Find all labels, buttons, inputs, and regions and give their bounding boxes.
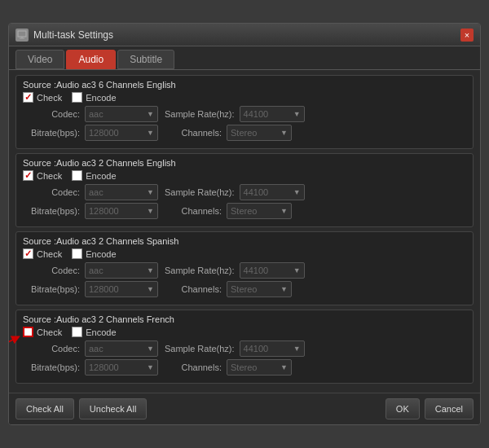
sample-rate-label-4: Sample Rate(hz):	[165, 344, 235, 354]
close-button[interactable]: ×	[460, 29, 474, 42]
encode-checkbox-2[interactable]	[72, 170, 82, 181]
ok-button[interactable]: OK	[385, 398, 420, 419]
app-icon	[15, 29, 29, 42]
sample-rate-pair-2: Sample Rate(hz): 44100▼	[165, 184, 305, 200]
channels-label-4: Channels:	[165, 362, 222, 372]
sample-rate-label-1: Sample Rate(hz):	[165, 109, 235, 119]
fields-row-2b: Bitrate(bps): 128000▼ Channels: Stereo▼	[23, 203, 466, 219]
source-label-4: Source :Audio ac3 2 Channels French	[23, 314, 466, 324]
bitrate-label-1: Bitrate(bps):	[23, 128, 80, 138]
bitrate-select-2[interactable]: 128000▼	[85, 203, 158, 219]
check-row-3: Check Encode	[23, 248, 466, 259]
check-row-4: Check Encode	[23, 327, 466, 337]
sample-rate-select-2[interactable]: 44100▼	[240, 184, 305, 200]
encode-label-4: Encode	[86, 327, 116, 337]
dialog: Multi-task Settings × Video Audio Subtit…	[8, 23, 481, 425]
source-label-1: Source :Audio ac3 6 Channels English	[23, 80, 466, 90]
check-label-2: Check	[37, 171, 62, 181]
fields-row-4a: Codec: aac▼ Sample Rate(hz): 44100▼	[23, 340, 466, 357]
encode-item-1: Encode	[72, 92, 116, 103]
channels-pair-2: Channels: Stereo▼	[165, 203, 292, 219]
check-checkbox-4[interactable]	[23, 327, 33, 337]
audio-block-1: Source :Audio ac3 6 Channels English Che…	[15, 75, 474, 149]
audio-block-4: Source :Audio ac3 2 Channels French	[15, 310, 474, 384]
source-label-2: Source :Audio ac3 2 Channels English	[23, 158, 466, 168]
codec-select-1[interactable]: aac▼	[85, 106, 158, 122]
channels-select-3[interactable]: Stereo▼	[227, 281, 292, 297]
check-item-3: Check	[23, 248, 62, 259]
sample-rate-label-3: Sample Rate(hz):	[165, 266, 235, 275]
channels-select-4[interactable]: Stereo▼	[227, 359, 292, 376]
channels-pair-3: Channels: Stereo▼	[165, 281, 292, 297]
check-item-2: Check	[23, 170, 62, 181]
fields-row-4b: Bitrate(bps): 128000▼ Channels: Stereo▼	[23, 359, 466, 376]
channels-select-2[interactable]: Stereo▼	[227, 203, 292, 219]
encode-item-2: Encode	[72, 170, 116, 181]
ok-cancel-buttons: OK Cancel	[385, 398, 474, 419]
bottom-bar: Check All Uncheck All OK Cancel	[9, 393, 480, 424]
sample-rate-label-2: Sample Rate(hz):	[165, 187, 235, 197]
codec-label-2: Codec:	[23, 187, 80, 197]
channels-pair-1: Channels: Stereo▼	[165, 125, 292, 141]
cancel-button[interactable]: Cancel	[425, 398, 474, 419]
check-item-1: Check	[23, 92, 62, 103]
check-checkbox-2[interactable]	[23, 170, 33, 181]
content-area: Source :Audio ac3 6 Channels English Che…	[9, 70, 480, 393]
svg-line-3	[8, 338, 16, 346]
fields-row-1a: Codec: aac▼ Sample Rate(hz): 44100▼	[23, 106, 466, 122]
dialog-title: Multi-task Settings	[33, 29, 460, 41]
uncheck-all-button[interactable]: Uncheck All	[79, 398, 147, 419]
encode-item-4: Encode	[72, 327, 116, 337]
sample-rate-pair-4: Sample Rate(hz): 44100▼	[165, 340, 305, 357]
audio-block-2: Source :Audio ac3 2 Channels English Che…	[15, 153, 474, 227]
check-item-4: Check	[23, 327, 62, 337]
check-checkbox-1[interactable]	[23, 92, 33, 103]
title-bar: Multi-task Settings ×	[9, 24, 480, 46]
check-checkbox-3[interactable]	[23, 248, 33, 259]
channels-label-3: Channels:	[165, 284, 222, 294]
check-buttons: Check All Uncheck All	[15, 398, 147, 419]
encode-label-1: Encode	[86, 93, 116, 103]
bitrate-select-3[interactable]: 128000▼	[85, 281, 158, 297]
encode-checkbox-4[interactable]	[72, 327, 82, 337]
fields-row-3a: Codec: aac▼ Sample Rate(hz): 44100▼	[23, 262, 466, 279]
bitrate-label-4: Bitrate(bps):	[23, 362, 80, 372]
channels-label-1: Channels:	[165, 128, 222, 138]
fields-row-3b: Bitrate(bps): 128000▼ Channels: Stereo▼	[23, 281, 466, 297]
codec-pair-1: Codec: aac▼	[23, 106, 158, 122]
bitrate-pair-2: Bitrate(bps): 128000▼	[23, 203, 158, 219]
codec-select-4[interactable]: aac▼	[85, 340, 158, 357]
tab-bar: Video Audio Subtitle	[9, 46, 480, 70]
encode-label-2: Encode	[86, 171, 116, 181]
audio-block-3: Source :Audio ac3 2 Channels Spanish Che…	[15, 231, 474, 305]
tab-subtitle[interactable]: Subtitle	[117, 50, 174, 69]
encode-checkbox-3[interactable]	[72, 248, 82, 259]
codec-select-2[interactable]: aac▼	[85, 184, 158, 200]
sample-rate-select-1[interactable]: 44100▼	[240, 106, 305, 122]
codec-select-3[interactable]: aac▼	[85, 262, 158, 279]
bitrate-pair-3: Bitrate(bps): 128000▼	[23, 281, 158, 297]
check-label-1: Check	[37, 93, 62, 103]
codec-pair-2: Codec: aac▼	[23, 184, 158, 200]
bitrate-pair-4: Bitrate(bps): 128000▼	[23, 359, 158, 376]
sample-rate-select-4[interactable]: 44100▼	[240, 340, 305, 357]
svg-rect-0	[18, 31, 26, 37]
channels-pair-4: Channels: Stereo▼	[165, 359, 292, 376]
check-label-4: Check	[37, 327, 62, 337]
bitrate-select-1[interactable]: 128000▼	[85, 125, 158, 141]
tab-video[interactable]: Video	[15, 50, 64, 69]
sample-rate-select-3[interactable]: 44100▼	[240, 262, 305, 279]
channels-select-1[interactable]: Stereo▼	[227, 125, 292, 141]
codec-label-3: Codec:	[23, 266, 80, 275]
channels-label-2: Channels:	[165, 206, 222, 216]
codec-pair-3: Codec: aac▼	[23, 262, 158, 279]
sample-rate-pair-3: Sample Rate(hz): 44100▼	[165, 262, 305, 279]
tab-audio[interactable]: Audio	[66, 50, 116, 69]
check-all-button[interactable]: Check All	[15, 398, 74, 419]
check-row-2: Check Encode	[23, 170, 466, 181]
encode-checkbox-1[interactable]	[72, 92, 82, 103]
bitrate-label-2: Bitrate(bps):	[23, 206, 80, 216]
encode-label-3: Encode	[86, 249, 116, 259]
bitrate-select-4[interactable]: 128000▼	[85, 359, 158, 376]
bitrate-pair-1: Bitrate(bps): 128000▼	[23, 125, 158, 141]
